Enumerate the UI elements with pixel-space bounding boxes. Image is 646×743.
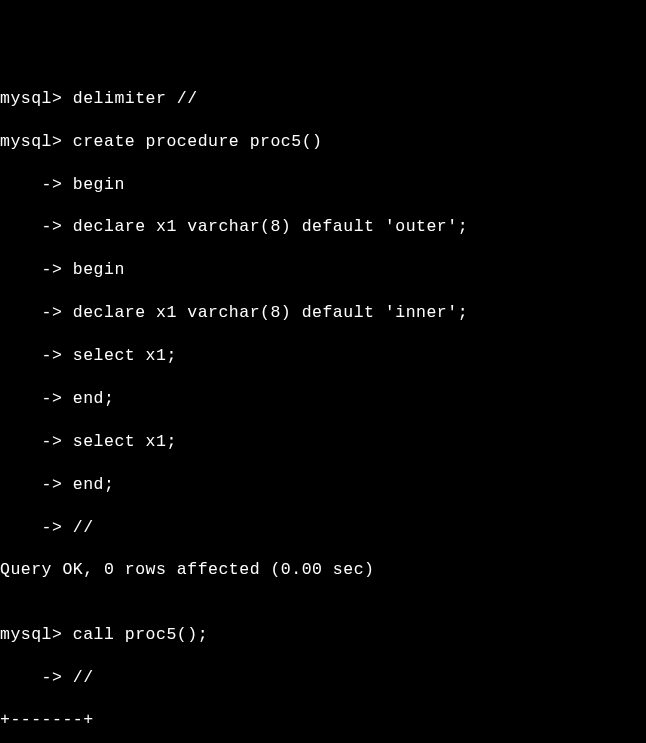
terminal-line-continuation: -> // — [0, 667, 646, 688]
terminal-line-prompt: mysql> call proc5(); — [0, 624, 646, 645]
terminal-line-continuation: -> end; — [0, 474, 646, 495]
terminal-line-prompt: mysql> create procedure proc5() — [0, 131, 646, 152]
terminal-line-continuation: -> begin — [0, 259, 646, 280]
terminal-line-continuation: -> // — [0, 517, 646, 538]
terminal-line-continuation: -> begin — [0, 174, 646, 195]
terminal-line-prompt: mysql> delimiter // — [0, 88, 646, 109]
terminal-line-continuation: -> declare x1 varchar(8) default 'outer'… — [0, 216, 646, 237]
terminal-line-continuation: -> select x1; — [0, 345, 646, 366]
terminal-line-continuation: -> end; — [0, 388, 646, 409]
terminal-line-continuation: -> select x1; — [0, 431, 646, 452]
terminal-line-result: Query OK, 0 rows affected (0.00 sec) — [0, 559, 646, 580]
terminal-line-continuation: -> declare x1 varchar(8) default 'inner'… — [0, 302, 646, 323]
terminal-line-table-border: +-------+ — [0, 709, 646, 730]
